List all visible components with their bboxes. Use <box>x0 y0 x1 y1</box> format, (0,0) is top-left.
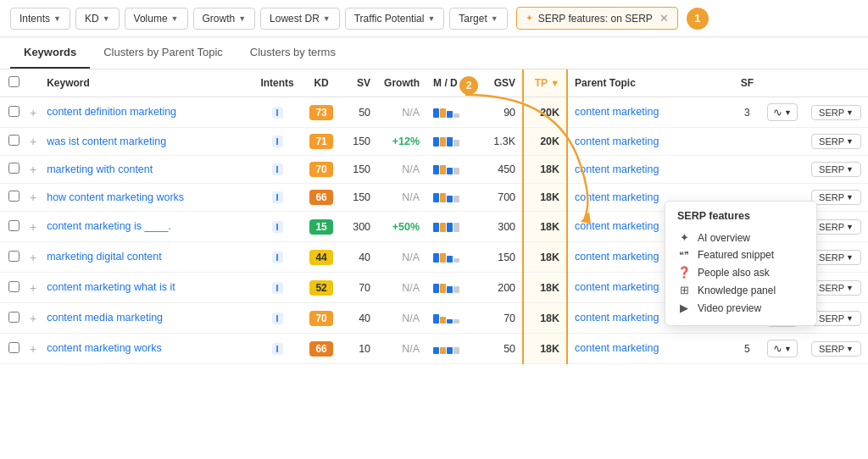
kd-cell: 70 <box>303 156 340 184</box>
keyword-link[interactable]: content marketing what is it <box>47 280 175 294</box>
tp-cell: 18K <box>523 334 567 364</box>
traffic-potential-label: Traffic Potential <box>354 13 425 25</box>
trend-button[interactable]: ∿▼ <box>767 340 798 357</box>
serp-cell: SERP ▼ <box>804 128 868 156</box>
row-expand-cell[interactable]: + <box>26 97 40 128</box>
serp-cell: SERP ▼ <box>804 97 868 128</box>
filter-traffic-potential[interactable]: Traffic Potential ▼ <box>345 8 445 30</box>
parent-topic-link[interactable]: content marketing <box>575 135 659 148</box>
tab-clusters-terms[interactable]: Clusters by terms <box>236 37 349 69</box>
row-expand-cell[interactable]: + <box>26 273 40 303</box>
kd-cell: 44 <box>303 242 340 273</box>
serp-label: SERP <box>819 252 844 263</box>
filter-volume[interactable]: Volume ▼ <box>125 8 188 30</box>
keyword-link[interactable]: how content marketing works <box>47 191 184 204</box>
serp-button[interactable]: SERP ▼ <box>811 311 861 326</box>
tab-clusters-parent[interactable]: Clusters by Parent Topic <box>90 37 236 69</box>
popover-item-knowledge[interactable]: ⊞ Knowledge panel <box>677 281 804 299</box>
filter-growth[interactable]: Growth ▼ <box>193 8 256 30</box>
col-header-parent-topic: Parent Topic <box>567 69 734 97</box>
popover-item-knowledge-label: Knowledge panel <box>698 285 776 296</box>
col-header-tp[interactable]: TP ▼ <box>523 69 567 97</box>
row-expand-cell[interactable]: + <box>26 212 40 242</box>
row-checkbox[interactable] <box>8 312 19 323</box>
intent-badge: I <box>272 221 283 233</box>
col-header-kd[interactable]: KD <box>303 69 340 97</box>
kd-badge: 66 <box>309 341 333 357</box>
keyword-link[interactable]: marketing with content <box>47 163 153 176</box>
serp-button[interactable]: SERP ▼ <box>811 105 861 120</box>
popover-item-snippet[interactable]: ❝❞ Featured snippet <box>677 246 804 263</box>
serp-button[interactable]: SERP ▼ <box>811 190 861 205</box>
keyword-link[interactable]: content media marketing <box>47 311 163 324</box>
tp-cell: 20K <box>523 97 567 128</box>
parent-topic-link[interactable]: content marketing <box>575 311 659 324</box>
featured-snippet-icon: ❝❞ <box>677 250 691 261</box>
parent-topic-link[interactable]: content marketing <box>575 280 659 294</box>
lowest-dr-label: Lowest DR <box>270 13 320 25</box>
chevron-down-icon: ▼ <box>846 253 854 262</box>
serp-button[interactable]: SERP ▼ <box>811 219 861 235</box>
intent-badge: I <box>272 343 283 355</box>
popover-item-ai[interactable]: ✦ AI overview <box>677 229 804 246</box>
col-header-growth: Growth <box>377 69 426 97</box>
sv-cell: 70 <box>340 273 377 303</box>
filter-kd[interactable]: KD ▼ <box>75 8 120 30</box>
serp-button[interactable]: SERP ▼ <box>811 280 861 296</box>
serp-button[interactable]: SERP ▼ <box>811 250 861 265</box>
serp-button[interactable]: SERP ▼ <box>811 162 861 177</box>
filter-lowest-dr[interactable]: Lowest DR ▼ <box>260 8 340 30</box>
video-preview-icon: ▶ <box>677 301 691 314</box>
close-icon[interactable]: ✕ <box>659 12 669 25</box>
filter-intents[interactable]: Intents ▼ <box>10 8 70 30</box>
row-checkbox[interactable] <box>8 342 19 353</box>
trend-button[interactable]: ∿▼ <box>767 103 798 121</box>
parent-topic-link[interactable]: content marketing <box>575 191 659 204</box>
row-expand-cell[interactable]: + <box>26 334 40 364</box>
keyword-link[interactable]: was ist content marketing <box>47 135 166 148</box>
gsv-cell: 90 <box>486 97 523 128</box>
row-checkbox[interactable] <box>8 191 19 202</box>
popover-item-paa[interactable]: ❓ People also ask <box>677 263 804 281</box>
keyword-link[interactable]: content marketing works <box>47 341 161 355</box>
parent-topic-link[interactable]: content marketing <box>575 163 659 176</box>
growth-cell: N/A <box>377 156 426 184</box>
intent-cell: I <box>252 212 303 242</box>
select-all-checkbox[interactable] <box>8 76 19 87</box>
sv-cell: 150 <box>340 184 377 212</box>
chevron-down-icon: ▼ <box>846 345 854 353</box>
md-cell <box>426 334 486 364</box>
gsv-cell: 450 <box>486 156 523 184</box>
parent-topic-link[interactable]: content marketing <box>575 250 659 263</box>
row-checkbox[interactable] <box>8 251 19 262</box>
row-expand-cell[interactable]: + <box>26 242 40 273</box>
intent-badge: I <box>272 312 283 324</box>
col-header-keyword: Keyword <box>40 69 252 97</box>
row-expand-cell[interactable]: + <box>26 156 40 184</box>
filter-target[interactable]: Target ▼ <box>449 8 507 30</box>
popover-item-video[interactable]: ▶ Video preview <box>677 299 804 317</box>
keyword-cell: content marketing works <box>40 334 252 364</box>
row-expand-cell[interactable]: + <box>26 184 40 212</box>
serp-features-filter[interactable]: ✦ SERP features: on SERP ✕ <box>516 7 678 30</box>
row-checkbox[interactable] <box>8 106 19 117</box>
row-checkbox[interactable] <box>8 281 19 292</box>
parent-topic-link[interactable]: content marketing <box>575 341 659 355</box>
row-checkbox[interactable] <box>8 220 19 231</box>
kd-cell: 66 <box>303 184 340 212</box>
serp-button[interactable]: SERP ▼ <box>811 134 861 149</box>
row-expand-cell[interactable]: + <box>26 128 40 156</box>
tab-keywords[interactable]: Keywords <box>10 37 90 69</box>
toolbar: Intents ▼ KD ▼ Volume ▼ Growth ▼ Lowest … <box>0 0 868 37</box>
chevron-down-icon: ▼ <box>846 137 854 146</box>
row-checkbox[interactable] <box>8 135 19 146</box>
keyword-link[interactable]: marketing digital content <box>47 250 162 263</box>
serp-button[interactable]: SERP ▼ <box>811 341 861 357</box>
keyword-link[interactable]: content marketing is ____. <box>47 219 171 233</box>
parent-topic-link[interactable]: content marketing <box>575 105 659 119</box>
row-checkbox[interactable] <box>8 163 19 174</box>
row-expand-cell[interactable]: + <box>26 303 40 334</box>
keyword-link[interactable]: content definition marketing <box>47 105 176 119</box>
parent-topic-link[interactable]: content marketing <box>575 219 659 233</box>
sf-num-cell: 5 <box>734 334 760 364</box>
